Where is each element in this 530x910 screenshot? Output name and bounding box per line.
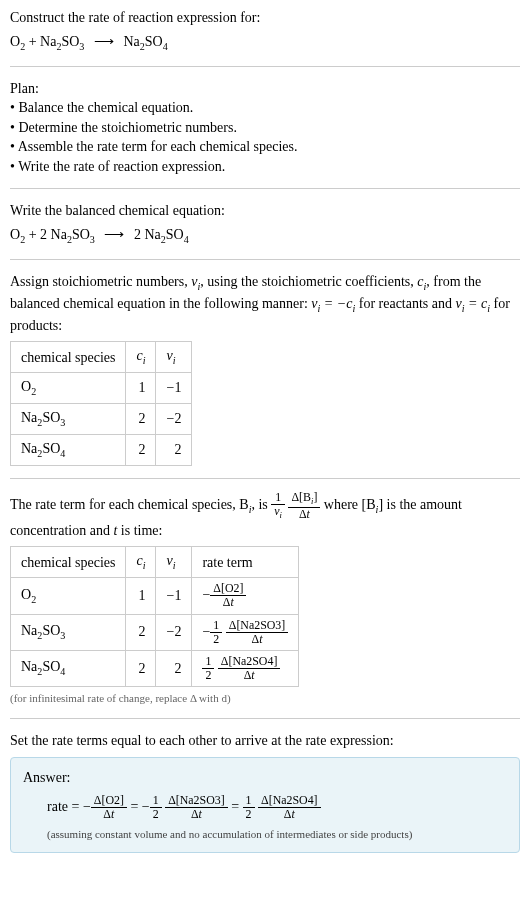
col-ci: ci [126,547,156,578]
stoich-section: Assign stoichiometric numbers, νi, using… [10,272,520,466]
equals: = [228,798,243,813]
frac-dbi-dt: Δ[Bi]Δt [288,491,320,521]
col-species: chemical species [11,547,126,578]
table-header-row: chemical species ci νi rate term [11,547,299,578]
col-ci: ci [126,342,156,373]
prompt-title: Construct the rate of reaction expressio… [10,8,520,28]
balanced-section: Write the balanced chemical equation: O2… [10,201,520,247]
coef-frac: 12 [243,794,255,821]
frac: Δ[O2]Δt [210,582,246,609]
plan-section: Plan: • Balance the chemical equation. •… [10,79,520,177]
cell-rate: −Δ[O2]Δt [192,578,299,614]
table-row: O2 1 −1 [11,373,192,404]
cell-nui: −2 [156,614,192,650]
text: , using the stoichiometric coefficients, [200,274,417,289]
plan-item: • Write the rate of reaction expression. [10,157,520,177]
plan-item: • Determine the stoichiometric numbers. [10,118,520,138]
divider [10,259,520,260]
cell-rate: −12 Δ[Na2SO3]Δt [192,614,299,650]
balanced-equation: O2 + 2 Na2SO3 ⟶ 2 Na2SO4 [10,225,520,247]
cell-species: Na2SO4 [11,650,126,686]
sign: − [202,587,210,602]
c-i: ci [417,274,426,289]
divider [10,188,520,189]
answer-box: Answer: rate = −Δ[O2]Δt = −12 Δ[Na2SO3]Δ… [10,757,520,853]
text: for reactants and [355,296,455,311]
table-row: Na2SO3 2 −2 [11,404,192,435]
frac-one-over-nu: 1νi [271,491,285,521]
answer-rate-expression: rate = −Δ[O2]Δt = −12 Δ[Na2SO3]Δt = 12 Δ… [47,794,507,821]
col-nui: νi [156,342,192,373]
table-header-row: chemical species ci νi [11,342,192,373]
frac: Δ[Na2SO3]Δt [165,794,228,821]
stoich-intro: Assign stoichiometric numbers, νi, using… [10,272,520,335]
plan-title: Plan: [10,79,520,99]
prompt-equation: O2 + Na2SO3 ⟶ Na2SO4 [10,32,520,54]
rateterm-table: chemical species ci νi rate term O2 1 −1… [10,546,299,686]
cell-nui: 2 [156,650,192,686]
rateterm-note: (for infinitesimal rate of change, repla… [10,691,520,706]
divider [10,718,520,719]
rateterm-section: The rate term for each chemical species,… [10,491,520,706]
cell-nui: 2 [156,435,192,466]
table-row: Na2SO4 2 2 12 Δ[Na2SO4]Δt [11,650,299,686]
cell-species: O2 [11,373,126,404]
col-species: chemical species [11,342,126,373]
balanced-title: Write the balanced chemical equation: [10,201,520,221]
frac: Δ[Na2SO3]Δt [226,619,289,646]
nu-i: νi [191,274,200,289]
divider [10,478,520,479]
cell-nui: −1 [156,373,192,404]
table-row: Na2SO4 2 2 [11,435,192,466]
stoich-table: chemical species ci νi O2 1 −1 Na2SO3 2 … [10,341,192,466]
prompt-section: Construct the rate of reaction expressio… [10,8,520,54]
answer-note: (assuming constant volume and no accumul… [47,827,507,842]
frac: Δ[O2]Δt [91,794,127,821]
coef-frac: 12 [202,655,214,682]
plan-item: • Assemble the rate term for each chemic… [10,137,520,157]
sign: − [83,798,91,813]
rateterm-intro: The rate term for each chemical species,… [10,491,520,540]
text: The rate term for each chemical species,… [10,497,249,512]
frac: Δ[Na2SO4]Δt [258,794,321,821]
cell-species: Na2SO4 [11,435,126,466]
answer-label: Answer: [23,768,507,788]
cell-ci: 2 [126,614,156,650]
cell-ci: 2 [126,650,156,686]
rule: νi = −ci [311,296,355,311]
cell-nui: −2 [156,404,192,435]
table-row: O2 1 −1 −Δ[O2]Δt [11,578,299,614]
text: where [B [324,497,376,512]
text: is time: [117,523,162,538]
divider [10,66,520,67]
cell-species: Na2SO3 [11,614,126,650]
cell-ci: 2 [126,435,156,466]
equals: = − [127,798,150,813]
coef-frac: 12 [150,794,162,821]
text: , is [251,497,271,512]
cell-species: O2 [11,578,126,614]
rate-label: rate = [47,798,83,813]
cell-ci: 1 [126,578,156,614]
cell-ci: 1 [126,373,156,404]
rule: νi = ci [456,296,491,311]
col-rate: rate term [192,547,299,578]
final-section: Set the rate terms equal to each other t… [10,731,520,853]
frac: Δ[Na2SO4]Δt [218,655,281,682]
col-nui: νi [156,547,192,578]
cell-ci: 2 [126,404,156,435]
cell-nui: −1 [156,578,192,614]
table-row: Na2SO3 2 −2 −12 Δ[Na2SO3]Δt [11,614,299,650]
sign: − [202,623,210,638]
coef-frac: 12 [210,619,222,646]
text: Assign stoichiometric numbers, [10,274,191,289]
cell-species: Na2SO3 [11,404,126,435]
final-title: Set the rate terms equal to each other t… [10,731,520,751]
cell-rate: 12 Δ[Na2SO4]Δt [192,650,299,686]
plan-item: • Balance the chemical equation. [10,98,520,118]
